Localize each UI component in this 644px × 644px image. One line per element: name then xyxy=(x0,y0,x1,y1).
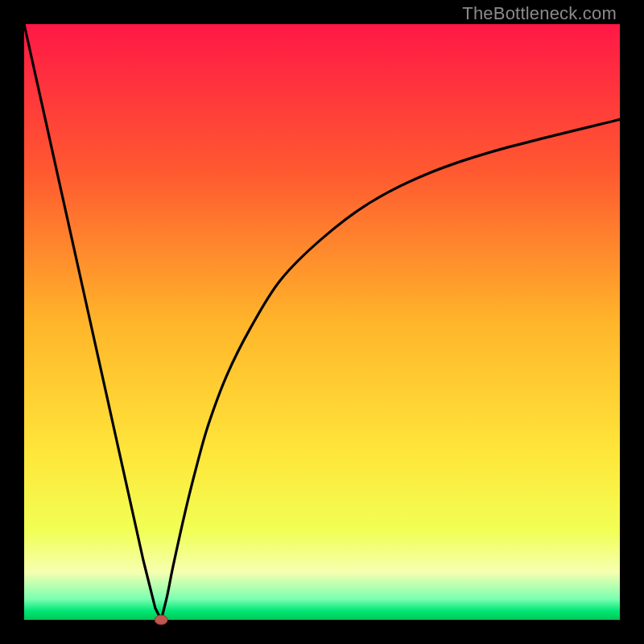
chart-plot-area xyxy=(24,24,620,620)
bottleneck-curve-right xyxy=(161,119,620,620)
chart-curve-layer xyxy=(24,24,620,620)
bottleneck-curve-left xyxy=(24,24,161,620)
optimum-marker xyxy=(155,615,167,625)
watermark-text: TheBottleneck.com xyxy=(462,3,617,24)
